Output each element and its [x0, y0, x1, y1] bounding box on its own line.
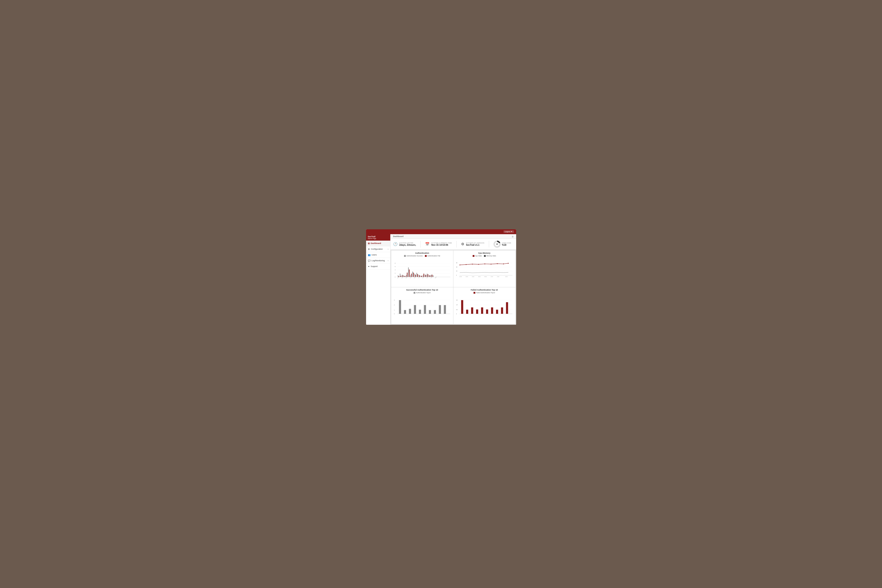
svg-rect-39 — [422, 276, 422, 277]
log-chevron: ‹ — [388, 260, 388, 262]
svg-rect-13 — [404, 276, 405, 277]
logo-sub: Admin Page — [368, 238, 388, 239]
svg-text:1.5: 1.5 — [456, 304, 458, 305]
sidebar-label-support: Support — [371, 265, 378, 267]
stat-uptime-text: SYSTEM UPTIME 2days, 21hours, — [399, 242, 416, 246]
svg-rect-92 — [409, 309, 411, 314]
svg-rect-118 — [506, 302, 508, 314]
svg-text:2.0: 2.0 — [456, 300, 458, 300]
disk-donut-chart: 18 — [494, 241, 501, 248]
svg-rect-35 — [413, 273, 414, 277]
svg-rect-18 — [414, 273, 415, 277]
svg-rect-109 — [461, 300, 463, 314]
sidebar-item-log-monitoring[interactable]: 💬 Log/Monitoring ‹ — [366, 258, 390, 264]
svg-rect-33 — [409, 270, 410, 277]
svg-text:03:00: 03:00 — [401, 276, 404, 278]
configuration-icon: ⚙ — [368, 248, 370, 250]
svg-rect-15 — [408, 267, 409, 277]
cpu-chart-title: Cpu-Memory — [455, 252, 513, 254]
svg-rect-25 — [429, 275, 429, 277]
sidebar-label-configuration: Configuration — [371, 248, 383, 250]
gear-icon: ⚙ — [461, 242, 464, 246]
svg-rect-96 — [429, 310, 430, 314]
legend-label-s10: Authentication Top10 — [416, 292, 430, 294]
sidebar-item-dashboard[interactable]: ⊞ Dashboard — [366, 241, 390, 246]
cpu-memory-chart-card: Cpu-Memory Cpu Stats Memory Stats — [453, 250, 515, 287]
svg-rect-111 — [471, 307, 473, 314]
auth-chart-legend: Authentication Success Authentication Fa… — [393, 255, 452, 257]
svg-text:30: 30 — [456, 262, 458, 264]
legend-label-fail: Authentication Fail — [428, 255, 440, 256]
os-label: SYSTEM OS VERSION — [466, 242, 484, 244]
svg-rect-117 — [501, 307, 503, 314]
svg-point-65 — [465, 264, 466, 265]
time-value: Nov 15 14:53:06 — [431, 244, 452, 246]
svg-text:20: 20 — [456, 266, 458, 267]
legend-label-f10: Failed Authentication Top10 — [476, 292, 495, 294]
configuration-chevron: ‹ — [388, 248, 388, 250]
svg-text:2: 2 — [394, 304, 394, 306]
svg-rect-112 — [476, 309, 478, 314]
legend-success-top10: Authentication Top10 — [414, 292, 430, 294]
legend-dot-f10 — [474, 292, 475, 294]
home-icon: ⌂ — [512, 235, 513, 238]
svg-text:09:00: 09:00 — [414, 276, 416, 278]
legend-dot-s10 — [414, 292, 416, 294]
dashboard-icon: ⊞ — [368, 242, 370, 244]
svg-rect-37 — [417, 274, 418, 277]
svg-text:8: 8 — [395, 262, 395, 264]
svg-point-68 — [484, 264, 485, 264]
svg-rect-99 — [444, 305, 446, 314]
svg-point-70 — [497, 263, 498, 264]
support-icon: ✦ — [368, 265, 370, 268]
sidebar-item-support[interactable]: ✦ Support — [366, 264, 390, 270]
stat-current-time: 📅 SYSTEM CURRENT TIME Nov 15 14:53:06 — [425, 242, 452, 246]
sidebar-label-users: Users — [372, 254, 377, 256]
svg-text:01:00: 01:00 — [397, 276, 399, 278]
svg-rect-27 — [433, 275, 434, 277]
svg-rect-14 — [406, 275, 407, 277]
disk-value: %18 — [502, 244, 511, 246]
calendar-icon: 📅 — [425, 242, 430, 246]
sidebar-item-users[interactable]: 👥 Users — [366, 252, 390, 258]
svg-rect-98 — [439, 305, 441, 314]
uptime-value: 2days, 21hours, — [399, 244, 416, 246]
svg-text:2: 2 — [395, 273, 395, 274]
svg-text:17:00: 17:00 — [430, 276, 432, 278]
sidebar-item-configuration[interactable]: ⚙ Configuration ‹ — [366, 246, 390, 252]
log-icon: 💬 — [368, 260, 370, 262]
legend-label-success: Authentication Success — [406, 255, 423, 256]
sidebar: SecTrail Admin Page ⊞ Dashboard ⚙ Config… — [366, 234, 390, 325]
cpu-line-chart-svg: 30 20 10 0 — [455, 258, 513, 286]
legend-dot-memory — [484, 255, 486, 257]
svg-rect-24 — [427, 273, 428, 277]
failed-top10-chart-area: 2.0 1.5 0.5 0 — [455, 294, 513, 322]
disk-label: USED DISK — [502, 242, 511, 244]
svg-rect-43 — [430, 275, 430, 277]
svg-rect-116 — [496, 310, 498, 314]
svg-rect-21 — [420, 276, 421, 277]
svg-text:3: 3 — [394, 300, 394, 300]
svg-text:4: 4 — [395, 269, 395, 270]
svg-rect-41 — [425, 275, 426, 277]
svg-text:11:00: 11:00 — [418, 276, 420, 278]
logo-name: SecTrail — [368, 236, 376, 238]
svg-rect-12 — [402, 274, 402, 277]
logout-button[interactable]: Logout ▼ — [504, 230, 514, 233]
svg-text:14:00: 14:00 — [505, 276, 507, 277]
svg-rect-94 — [419, 310, 421, 314]
main-layout: SecTrail Admin Page ⊞ Dashboard ⚙ Config… — [366, 234, 516, 325]
laptop-wrapper: Logout ▼ SecTrail Admin Page ⊞ Dashboard… — [341, 225, 541, 363]
auth-chart-title: Authentication — [393, 252, 452, 254]
svg-text:19:00: 19:00 — [435, 276, 436, 278]
legend-memory: Memory Stats — [484, 255, 496, 257]
svg-point-69 — [490, 264, 492, 264]
failed-top10-legend: Failed Authentication Top10 — [455, 292, 513, 294]
svg-rect-31 — [405, 276, 405, 277]
svg-rect-11 — [400, 273, 400, 277]
stat-disk-text: USED DISK %18 — [502, 242, 511, 246]
sidebar-label-dashboard: Dashboard — [371, 242, 381, 244]
svg-text:0: 0 — [395, 276, 395, 278]
success-top10-chart-card: Successful Authentication Top 10 Authent… — [392, 288, 453, 324]
time-label: SYSTEM CURRENT TIME — [431, 242, 452, 244]
